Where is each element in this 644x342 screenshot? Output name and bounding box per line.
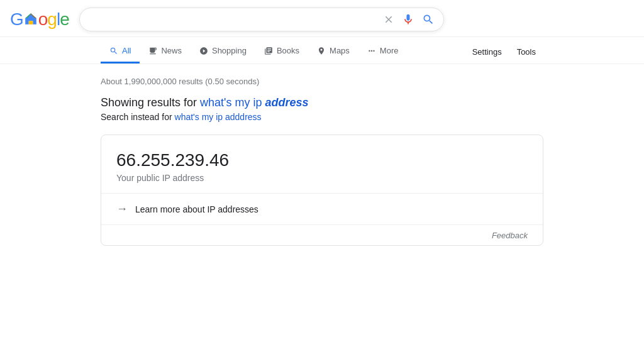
news-tab-icon [148,47,157,55]
logo-house-icon [24,12,38,26]
ip-address-label: Your public IP address [116,173,528,183]
arrow-right-icon: → [116,202,128,216]
clear-search-button[interactable] [382,13,396,26]
learn-more-link[interactable]: → Learn more about IP addresses [101,194,543,225]
showing-prefix: Showing results for [101,96,200,109]
books-tab-icon [264,47,273,55]
close-icon [383,14,394,25]
maps-tab-icon [317,47,326,55]
original-query-link[interactable]: what's my ip adddress [175,112,262,122]
instead-line: Search instead for what's my ip adddress [101,112,543,122]
spell-correction: Showing results for what's my ip address… [101,96,543,122]
tab-books-label: Books [277,46,299,55]
search-icon [422,13,435,26]
tab-news-label: News [161,46,182,55]
result-stats: About 1,990,000,000 results (0.50 second… [101,77,543,86]
corrected-query-bold-italic: address [265,96,309,109]
tools-link[interactable]: Tools [509,41,543,63]
tab-more-label: More [380,46,399,55]
search-box[interactable]: what's my ip adddress [79,8,444,31]
tab-more[interactable]: More [358,40,408,63]
original-query-text: what's my ip adddress [175,112,262,122]
more-tab-icon [367,47,376,55]
shopping-tab-icon [199,47,208,55]
tab-all-label: All [122,46,131,55]
search-submit-button[interactable] [421,12,436,27]
svg-rect-2 [28,21,33,25]
logo-letter-l: e [60,9,69,30]
tab-shopping-label: Shopping [212,46,247,55]
ip-display-section: 66.255.239.46 Your public IP address [101,135,543,194]
tab-maps[interactable]: Maps [308,40,358,63]
voice-search-button[interactable] [401,12,416,27]
ip-card: 66.255.239.46 Your public IP address → L… [101,135,543,246]
ip-address-value: 66.255.239.46 [116,150,528,170]
tab-news[interactable]: News [140,40,191,63]
header: G o g l e what's my ip adddress [0,0,644,37]
tab-shopping[interactable]: Shopping [191,40,255,63]
microphone-icon [402,13,414,26]
nav-tabs: All News Shopping Books [101,40,465,63]
logo-letter-o1: o [38,9,48,30]
instead-prefix: Search instead for [101,112,175,122]
google-logo[interactable]: G o g l e [10,9,69,30]
tab-books[interactable]: Books [255,40,308,63]
tab-maps-label: Maps [330,46,350,55]
search-tab-icon [109,47,118,55]
settings-link[interactable]: Settings [465,41,509,63]
feedback-link[interactable]: Feedback [492,231,528,240]
corrected-query-plain: what's my ip [200,96,265,109]
showing-line: Showing results for what's my ip address [101,96,543,109]
nav-settings-area: Settings Tools [465,41,543,63]
corrected-query-link[interactable]: what's my ip address [200,96,309,109]
nav-bar: All News Shopping Books [0,37,644,64]
tab-all[interactable]: All [101,40,140,63]
learn-more-text: Learn more about IP addresses [135,204,258,214]
main-content: About 1,990,000,000 results (0.50 second… [0,64,644,258]
logo-letter-g: G [10,9,23,30]
logo-letter-o2: g [47,9,57,30]
ip-feedback-section: Feedback [101,225,543,245]
search-input[interactable]: what's my ip adddress [87,14,377,25]
